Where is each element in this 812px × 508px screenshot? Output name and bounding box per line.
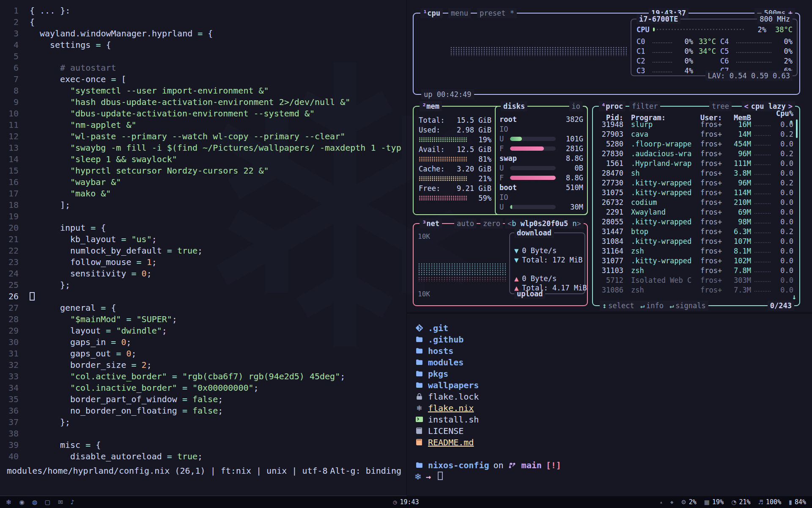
code-line[interactable]: 13"swaybg -m fill -i $(find ~/Pictures/w…: [0, 142, 406, 154]
disk-meter-value: 30M: [559, 203, 583, 211]
code-line[interactable]: 1{ ... }:: [0, 5, 406, 17]
line-number: 38: [0, 428, 30, 439]
scroll-down-icon[interactable]: ↓: [792, 293, 796, 301]
iface-next-key[interactable]: n: [573, 219, 577, 228]
process-row[interactable]: 27903cavafros+14M0.2: [596, 129, 793, 139]
iface-prev-key[interactable]: b: [512, 219, 516, 228]
proc-scrollbar[interactable]: [796, 119, 798, 138]
signals-action[interactable]: ↵signals: [669, 301, 706, 311]
code-line[interactable]: 2{: [0, 17, 406, 28]
menu-button[interactable]: menu: [448, 8, 471, 18]
code-line[interactable]: 33"col.active_border" = "rgb(cba6f7) rgb…: [0, 371, 406, 382]
mem-stat-row: Avail:12.5 GiB: [419, 144, 491, 154]
code-line[interactable]: 21kb_layout = "us";: [0, 234, 406, 245]
code-line[interactable]: 12"wl-paste --primary --watch wl-copy --…: [0, 131, 406, 142]
disks-panel-title[interactable]: disks: [501, 101, 527, 111]
code-line[interactable]: 7exec-once = [: [0, 74, 406, 85]
process-row[interactable]: 31447btopfros+6.3M0.2: [596, 226, 793, 236]
clock-time[interactable]: 19:43: [400, 498, 419, 506]
code-line[interactable]: 26: [0, 291, 406, 302]
code-line[interactable]: 20input = {: [0, 222, 406, 234]
memory-indicator[interactable]: ▦19%: [704, 498, 724, 506]
code-line[interactable]: 16"waybar &": [0, 177, 406, 188]
code-line[interactable]: 28"$mainMod" = "SUPER";: [0, 314, 406, 325]
code-line[interactable]: 31gaps_out = 0;: [0, 348, 406, 359]
process-row[interactable]: 5280.floorp-wrappefros+454M0.0: [596, 139, 793, 149]
terminal-window[interactable]: .git.githubhostsmodulespkgswallpapersfla…: [407, 313, 812, 496]
code-line[interactable]: 36no_border_on_floating = false;: [0, 405, 406, 417]
terminal-cursor[interactable]: [438, 472, 443, 480]
process-row[interactable]: 5712Isolated Web Cfros+303M0.0: [596, 275, 793, 285]
code-line[interactable]: 8"systemctl --user import-environment &": [0, 85, 406, 97]
net-auto-button[interactable]: auto: [454, 218, 477, 229]
code-line[interactable]: 11"nm-applet &": [0, 119, 406, 131]
process-row[interactable]: 31948slurpfros+16M0.0: [596, 119, 793, 129]
process-row[interactable]: 31164zshfros+8.1M0.0: [596, 246, 793, 256]
cpu-indicator[interactable]: ⚙2%: [681, 498, 697, 506]
browser-icon[interactable]: ◍: [32, 499, 37, 505]
preset-button[interactable]: preset *: [477, 8, 517, 18]
tray-arrow-icon[interactable]: ▴: [660, 499, 663, 505]
code-line[interactable]: 23follow_mouse = 1;: [0, 257, 406, 268]
code-line[interactable]: 5: [0, 51, 406, 62]
net-rate-row: ▲0 Byte/s: [511, 274, 584, 283]
code-line[interactable]: 4settings = {: [0, 39, 406, 51]
code-line[interactable]: 37};: [0, 417, 406, 428]
process-row[interactable]: 28055.kitty-wrappedfros+98M0.0: [596, 217, 793, 226]
code-text: input = {: [30, 222, 406, 234]
process-row[interactable]: 31075.kitty-wrappedfros+114M0.0: [596, 188, 793, 197]
proc-header[interactable]: Pid: Program: User: MemB Cpu% ↑: [596, 109, 793, 119]
code-line[interactable]: 17"mako &": [0, 188, 406, 199]
info-action[interactable]: ↵info: [640, 301, 664, 311]
code-line[interactable]: 19: [0, 211, 406, 222]
select-action[interactable]: ↕select: [602, 301, 634, 311]
code-line[interactable]: 34"col.inactive_border" = "0x00000000";: [0, 382, 406, 394]
process-row[interactable]: 31103zshfros+7.8M0.0: [596, 265, 793, 275]
code-line[interactable]: 6# autostart: [0, 62, 406, 74]
editor-cursor[interactable]: [30, 292, 35, 301]
process-row[interactable]: 31086zshfros+7.3M0.0: [596, 285, 793, 295]
code-line[interactable]: 9"hash dbus-update-activation-environmen…: [0, 97, 406, 108]
battery-indicator[interactable]: ▮84%: [789, 498, 806, 506]
process-row[interactable]: 27730.kitty-wrappedfros+96M0.2: [596, 178, 793, 188]
code-line[interactable]: 22numlock_by_default = true;: [0, 245, 406, 257]
process-row[interactable]: 31084.kitty-wrappedfros+107M0.0: [596, 236, 793, 246]
shell-input-line[interactable]: ❄ →: [407, 471, 812, 482]
code-line[interactable]: 29layout = "dwindle";: [0, 325, 406, 337]
code-line[interactable]: 30gaps_in = 0;: [0, 337, 406, 348]
nixos-launcher-icon[interactable]: ❄: [6, 498, 11, 506]
process-row[interactable]: 2291Xwaylandfros+69M0.0: [596, 207, 793, 217]
disk-indicator[interactable]: ◔21%: [731, 498, 750, 506]
code-line[interactable]: 38: [0, 428, 406, 439]
code-line[interactable]: 10"dbus-update-activation-environment --…: [0, 108, 406, 119]
code-line[interactable]: 39misc = {: [0, 439, 406, 451]
process-row[interactable]: 1561.Hyprland-wrapfros+111M0.0: [596, 158, 793, 168]
code-line[interactable]: 35border_part_of_window = false;: [0, 394, 406, 405]
cpu-box-title[interactable]: ¹cpu: [420, 8, 443, 18]
power-icon[interactable]: ◉: [19, 499, 24, 505]
process-row[interactable]: 27830.audacious-wrafros+96M0.2: [596, 149, 793, 158]
code-line[interactable]: 32border_size = 2;: [0, 359, 406, 371]
code-line[interactable]: 14"sleep 1 && swaylock": [0, 154, 406, 165]
net-zero-button[interactable]: zero: [480, 218, 503, 229]
volume-indicator[interactable]: ♬100%: [758, 498, 782, 506]
mail-icon[interactable]: ✉: [58, 499, 63, 505]
process-row[interactable]: 31077.kitty-wrappedfros+102M0.0: [596, 256, 793, 265]
process-row[interactable]: 28470shfros+3.8M0.0: [596, 168, 793, 178]
net-box-title[interactable]: ³net: [420, 218, 442, 229]
mem-box-title[interactable]: ²mem: [420, 101, 442, 111]
net-interface-selector[interactable]: <b wlp0s20f0u5 n>: [505, 218, 584, 229]
code-line[interactable]: 3wayland.windowManager.hyprland = {: [0, 28, 406, 39]
code-line[interactable]: 40disable_autoreload = true;: [0, 451, 406, 462]
code-line[interactable]: 18];: [0, 199, 406, 211]
editor-code[interactable]: 1{ ... }:2{3wayland.windowManager.hyprla…: [0, 0, 406, 462]
code-line[interactable]: 27general = {: [0, 302, 406, 314]
code-line[interactable]: 15"hyprctl setcursor Nordzy-cursors 22 &…: [0, 165, 406, 177]
workspaces-icon[interactable]: ▢: [45, 499, 50, 505]
code-line[interactable]: 24sensitivity = 0;: [0, 268, 406, 279]
process-row[interactable]: 26732codiumfros+210M0.0: [596, 197, 793, 207]
music-icon[interactable]: ♪: [71, 499, 74, 505]
tray-network-icon[interactable]: ◆: [670, 499, 673, 505]
disks-io-toggle[interactable]: io: [569, 101, 583, 111]
code-line[interactable]: 25};: [0, 279, 406, 291]
